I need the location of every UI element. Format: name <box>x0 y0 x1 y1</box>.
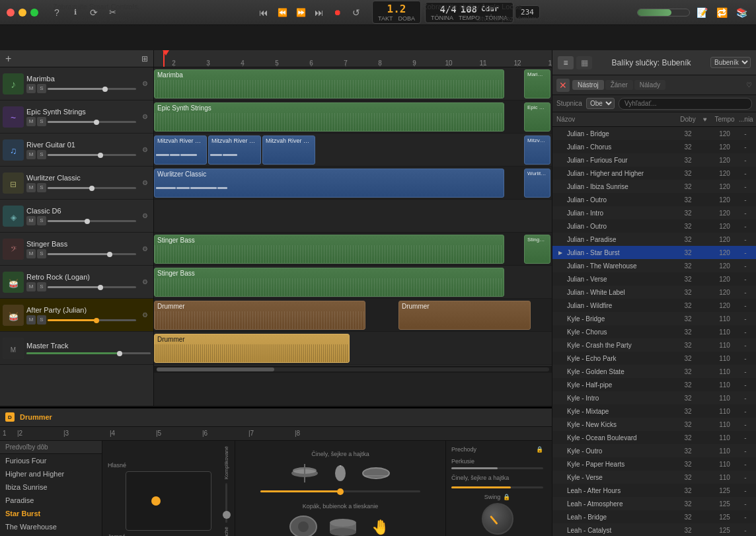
loop-item-17[interactable]: Kyle - Echo Park 32 110 - <box>552 352 756 365</box>
loops-search-input[interactable] <box>619 98 752 110</box>
loop-item-20[interactable]: Kyle - Intro 32 110 - <box>552 391 756 404</box>
loop-item-9[interactable]: ▶ Julian - Star Burst 32 120 - <box>552 246 756 259</box>
loop-item-10[interactable]: Julian - The Warehouse 32 120 - <box>552 259 756 272</box>
clip-epic-synth-2[interactable]: Epic Synth Strings <box>524 102 550 132</box>
maximize-button[interactable] <box>30 9 38 17</box>
clip-guitar-3[interactable]: Mitzvah River Gui <box>262 135 315 165</box>
cymbals-slider[interactable] <box>451 486 543 488</box>
clip-drummer-1[interactable]: Drummer <box>154 301 365 330</box>
loop-item-12[interactable]: Julian - White Label 32 120 - <box>552 286 756 299</box>
track-settings-after[interactable]: ⚙ <box>139 309 151 321</box>
horizontal-scrollbar[interactable] <box>154 365 552 373</box>
loops-list-view[interactable]: ≡ <box>558 56 574 69</box>
track-lane-d6[interactable] <box>154 200 552 233</box>
loop-item-25[interactable]: Kyle - Paper Hearts 32 110 - <box>552 457 756 471</box>
clip-guitar-2[interactable]: Mitzvah River Gui <box>208 135 261 165</box>
preset-furious-four[interactable]: Furious Four <box>0 454 102 467</box>
loop-item-30[interactable]: Leah - Catalyst 32 125 - <box>552 523 756 536</box>
clip-epic-synth[interactable]: Epic Synth Strings <box>154 102 504 132</box>
clip-guitar-4[interactable]: Mitzvah River Gui <box>524 135 550 165</box>
loop-item-7[interactable]: Julian - Outro 32 120 - <box>552 219 756 233</box>
loop-item-14[interactable]: Kyle - Bridge 32 110 - <box>552 312 756 325</box>
track-mute-bass[interactable]: M <box>26 249 36 258</box>
info-button[interactable]: ℹ <box>67 5 83 20</box>
track-lane-drummer-1[interactable]: Drummer Drummer <box>154 299 552 332</box>
track-mute-guitar[interactable]: M <box>26 150 36 159</box>
track-settings-bass[interactable]: ⚙ <box>139 243 151 255</box>
preset-white-label[interactable]: White Label <box>0 533 102 536</box>
library-button[interactable]: 📚 <box>734 5 749 20</box>
skip-button[interactable]: ⏭ <box>311 5 327 20</box>
loop-item-3[interactable]: Julian - Higher and Higher 32 120 - <box>552 167 756 180</box>
loops-view-toggle[interactable]: ≡ ▦ <box>558 56 592 69</box>
track-mute-retro[interactable]: M <box>26 282 36 291</box>
notepad-button[interactable]: 📝 <box>694 5 710 20</box>
clap-group[interactable]: 🤚 <box>368 515 392 536</box>
add-track-button[interactable]: + <box>5 53 11 65</box>
loops-grid-view[interactable]: ▦ <box>576 56 592 69</box>
loop-item-1[interactable]: Julian - Chorus 32 120 - <box>552 140 756 153</box>
track-solo-d6[interactable]: S <box>37 216 46 225</box>
clip-drummer-selected[interactable]: Drummer <box>154 334 350 363</box>
filter-tab-genre[interactable]: Žáner <box>605 80 633 90</box>
loop-item-24[interactable]: Kyle - Outro 32 110 - <box>552 444 756 457</box>
loop-item-23[interactable]: Kyle - Ocean Boulevard 32 110 - <box>552 431 756 444</box>
loop-cycle-button[interactable]: ↺ <box>348 5 364 20</box>
loop-item-26[interactable]: Kyle - Verse 32 110 - <box>552 471 756 484</box>
loop-item-5[interactable]: Julian - Outro 32 120 - <box>552 193 756 206</box>
loop-item-8[interactable]: Julian - Paradise 32 120 - <box>552 233 756 246</box>
rewind-button[interactable]: ⏮ <box>256 5 272 20</box>
clip-wurlitzer-2[interactable]: Wurlitzer Classic <box>524 169 550 198</box>
loops-category-dropdown[interactable]: Bubeník <box>710 57 751 68</box>
clip-wurlitzer[interactable]: Wurlitzer Classic <box>154 169 504 198</box>
loop-item-11[interactable]: Julian - Verse 32 120 - <box>552 272 756 286</box>
preset-higher-and-higher[interactable]: Higher and Higher <box>0 467 102 480</box>
track-mute-epic[interactable]: M <box>26 117 36 126</box>
scale-dropdown[interactable]: Obe <box>586 98 615 109</box>
complexity-slider[interactable] <box>225 483 227 523</box>
master-volume-slider[interactable] <box>637 9 690 17</box>
track-solo-guitar[interactable]: S <box>37 150 46 159</box>
clip-guitar-1[interactable]: Mitzvah River Gui <box>154 135 207 165</box>
hihat-open-group[interactable] <box>290 464 319 482</box>
track-solo-bass[interactable]: S <box>37 249 46 258</box>
col-name-header[interactable]: Názov <box>556 116 676 123</box>
help-button[interactable]: ? <box>49 5 65 20</box>
clip-drummer-2[interactable]: Drummer <box>398 301 531 330</box>
track-mute-d6[interactable]: M <box>26 216 36 225</box>
track-settings-retro[interactable]: ⚙ <box>139 276 151 288</box>
loop-item-27[interactable]: Leah - After Hours 32 125 - <box>552 484 756 497</box>
track-solo-wurlitzer[interactable]: S <box>37 183 46 192</box>
filter-tab-mood[interactable]: Nálady <box>634 80 665 90</box>
back-button[interactable]: ⏪ <box>274 5 290 20</box>
record-button[interactable]: ⏺ <box>330 5 346 20</box>
drummer-xy-pad[interactable] <box>126 471 211 531</box>
track-lane-wurlitzer[interactable]: Wurlitzer Classic Wurlitzer Classic <box>154 167 552 200</box>
kick-group[interactable] <box>289 515 318 536</box>
track-solo-retro[interactable]: S <box>37 282 46 291</box>
loop-item-0[interactable]: Julian - Bridge 32 120 - <box>552 127 756 140</box>
snare-group[interactable] <box>361 464 391 482</box>
track-options-button[interactable]: ⊞ <box>141 54 148 63</box>
preset-star-burst[interactable]: Star Burst <box>0 507 102 520</box>
preset-paradise[interactable]: Paradise <box>0 494 102 507</box>
scissors-button[interactable]: ✂ <box>104 5 120 20</box>
track-settings-guitar[interactable]: ⚙ <box>139 144 151 156</box>
tempo-display[interactable]: 4/4 108 Cdur TÓNINA TEMPO TÓNINA <box>425 2 513 23</box>
track-settings-marimba[interactable]: ⚙ <box>139 78 151 90</box>
loop-item-2[interactable]: Julian - Furious Four 32 120 - <box>552 153 756 167</box>
loop-item-21[interactable]: Kyle - Mixtape 32 110 - <box>552 404 756 418</box>
scroll-thumb[interactable] <box>157 367 274 371</box>
percussion-slider[interactable] <box>451 467 543 469</box>
loop-button[interactable]: ⟳ <box>86 5 102 20</box>
preset-ibiza-sunrise[interactable]: Ibiza Sunrise <box>0 480 102 494</box>
loops-close-button[interactable]: ✕ <box>556 79 570 92</box>
track-settings-d6[interactable]: ⚙ <box>139 210 151 222</box>
track-lane-guitar[interactable]: Mitzvah River Gui Mitzvah River Gui <box>154 134 552 167</box>
track-solo-epic[interactable]: S <box>37 117 46 126</box>
shaker-group[interactable] <box>330 464 351 482</box>
clip-marimba-1[interactable]: Marimba <box>154 69 504 98</box>
filter-tab-instrument[interactable]: Nástroj <box>572 80 604 90</box>
track-mute-wurlitzer[interactable]: M <box>26 183 36 192</box>
col-bars-header[interactable]: Doby <box>679 116 697 123</box>
